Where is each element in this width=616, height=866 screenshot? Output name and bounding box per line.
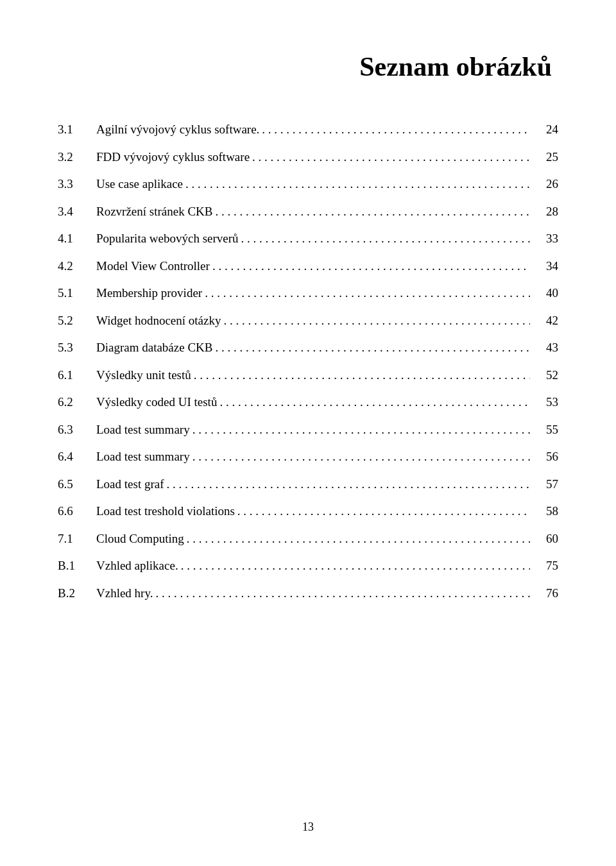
toc-entry-dots [250, 148, 533, 166]
toc-entry-number: 3.4 [58, 203, 96, 221]
toc-entry-page: 58 [533, 502, 558, 521]
toc-entry-page: 52 [533, 366, 558, 385]
toc-entry-title: Load test summary [96, 448, 190, 466]
toc-entry-dots [178, 557, 533, 574]
toc-entry-title: Rozvržení stránek CKB [96, 203, 213, 221]
toc-entry-number: 4.2 [58, 257, 96, 276]
toc-row: 3.4Rozvržení stránek CKB28 [58, 203, 558, 221]
toc-row: 5.1Membership provider40 [58, 284, 558, 303]
toc-entry-number: 5.3 [58, 339, 96, 357]
toc-entry-dots [183, 175, 533, 192]
toc-entry-title: Model View Controller [96, 257, 210, 276]
toc-entry-number: 6.5 [58, 475, 96, 494]
toc-entry-number: 7.1 [58, 530, 96, 548]
toc-entry-page: 25 [533, 148, 558, 167]
toc-row: 6.4Load test summary56 [58, 448, 558, 466]
toc-row: 6.5Load test graf57 [58, 475, 558, 494]
toc-entry-title: Load test summary [96, 421, 190, 439]
toc-entry-title: Load test graf [96, 475, 164, 494]
toc-entry-dots [217, 393, 533, 411]
toc-entry-number: 6.6 [58, 502, 96, 521]
toc-entry-page: 24 [533, 121, 558, 139]
toc-row: 6.2Výsledky coded UI testů53 [58, 393, 558, 412]
toc-entry-number: 4.1 [58, 230, 96, 248]
page-number: 13 [0, 820, 616, 834]
toc-entry-page: 40 [533, 284, 558, 303]
page: Seznam obrázků 3.1Agilní vývojový cyklus… [0, 0, 616, 866]
toc-entry-number: 6.4 [58, 448, 96, 466]
toc-entry-page: 76 [533, 584, 558, 603]
toc-entry-dots [164, 475, 533, 493]
toc-entry-page: 34 [533, 257, 558, 276]
toc-entry-number: 6.3 [58, 421, 96, 439]
toc-entry-number: 6.2 [58, 393, 96, 412]
toc-entry-dots [235, 502, 533, 520]
toc-row: 3.3Use case aplikace26 [58, 175, 558, 194]
toc-entry-number: 6.1 [58, 366, 96, 385]
toc-entry-dots [191, 366, 533, 384]
toc-entry-page: 60 [533, 530, 558, 548]
toc-entry-page: 33 [533, 230, 558, 248]
toc-row: 4.2Model View Controller34 [58, 257, 558, 276]
toc-entry-number: B.2 [58, 584, 96, 603]
toc-entry-dots [190, 448, 533, 465]
toc-list: 3.1Agilní vývojový cyklus software.243.2… [58, 121, 558, 602]
toc-row: B.2Vzhled hry.76 [58, 584, 558, 603]
toc-entry-dots [213, 203, 533, 220]
toc-row: B.1Vzhled aplikace.75 [58, 557, 558, 575]
toc-row: 5.3Diagram databáze CKB43 [58, 339, 558, 357]
toc-entry-number: 3.1 [58, 121, 96, 139]
toc-row: 4.1Popularita webových serverů33 [58, 230, 558, 248]
toc-entry-dots [210, 257, 533, 275]
toc-entry-title: Popularita webových serverů [96, 230, 239, 248]
toc-row: 6.3Load test summary55 [58, 421, 558, 439]
toc-entry-title: Widget hodnocení otázky [96, 312, 221, 330]
toc-entry-page: 55 [533, 421, 558, 439]
toc-row: 3.2FDD vývojový cyklus software25 [58, 148, 558, 167]
toc-entry-title: Cloud Computing [96, 530, 184, 548]
toc-entry-title: Vzhled hry. [96, 584, 153, 603]
toc-entry-title: Load test treshold violations [96, 502, 235, 521]
toc-entry-number: 5.2 [58, 312, 96, 330]
toc-entry-page: 26 [533, 175, 558, 194]
page-heading: Seznam obrázků [58, 51, 558, 82]
toc-entry-dots [221, 312, 533, 329]
toc-row: 5.2Widget hodnocení otázky42 [58, 312, 558, 330]
toc-entry-title: Diagram databáze CKB [96, 339, 212, 357]
toc-entry-page: 75 [533, 557, 558, 575]
toc-entry-number: 5.1 [58, 284, 96, 303]
toc-entry-title: Use case aplikace [96, 175, 183, 194]
toc-entry-page: 42 [533, 312, 558, 330]
toc-entry-page: 53 [533, 393, 558, 412]
toc-entry-number: 3.2 [58, 148, 96, 167]
toc-entry-page: 57 [533, 475, 558, 494]
toc-entry-title: Výsledky unit testů [96, 366, 191, 385]
toc-entry-title: Vzhled aplikace. [96, 557, 178, 575]
toc-row: 7.1Cloud Computing60 [58, 530, 558, 548]
toc-entry-title: Výsledky coded UI testů [96, 393, 217, 412]
toc-entry-number: B.1 [58, 557, 96, 575]
toc-entry-page: 28 [533, 203, 558, 221]
toc-entry-number: 3.3 [58, 175, 96, 194]
toc-entry-dots [153, 584, 533, 602]
toc-entry-dots [190, 421, 533, 438]
toc-entry-page: 43 [533, 339, 558, 357]
toc-entry-title: Agilní vývojový cyklus software. [96, 121, 259, 139]
toc-entry-title: Membership provider [96, 284, 202, 303]
toc-entry-dots [259, 121, 533, 138]
toc-entry-title: FDD vývojový cyklus software [96, 148, 250, 167]
toc-entry-dots [239, 230, 533, 247]
toc-entry-dots [212, 339, 533, 356]
toc-entry-dots [184, 530, 533, 547]
toc-entry-page: 56 [533, 448, 558, 466]
toc-row: 3.1Agilní vývojový cyklus software.24 [58, 121, 558, 139]
toc-row: 6.6Load test treshold violations58 [58, 502, 558, 521]
toc-entry-dots [202, 284, 533, 301]
toc-row: 6.1Výsledky unit testů52 [58, 366, 558, 385]
